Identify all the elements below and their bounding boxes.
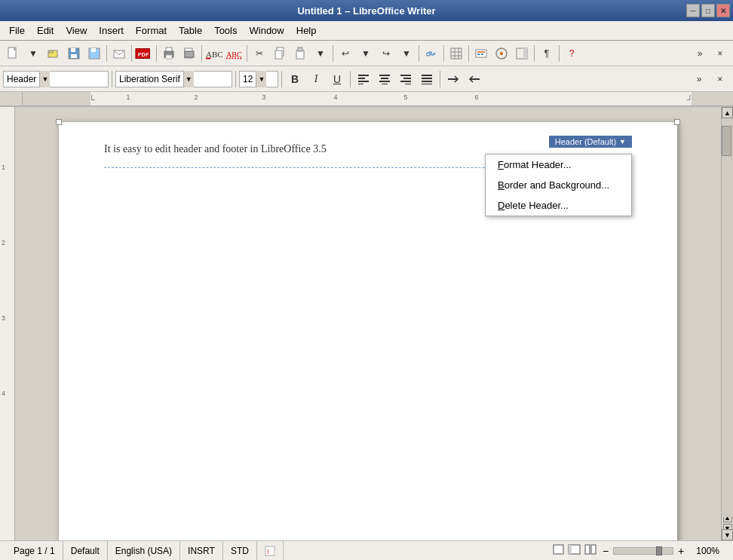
svg-point-21 xyxy=(427,53,430,56)
redo-dropdown[interactable]: ▼ xyxy=(397,44,416,63)
bold-button[interactable]: B xyxy=(285,69,305,89)
document-scroll-area[interactable]: It is easy to edit header and footer in … xyxy=(15,107,721,540)
undo-button[interactable]: ↩ xyxy=(336,44,355,63)
border-background-item[interactable]: Border and Background... xyxy=(486,175,631,195)
new-dropdown[interactable]: ▼ xyxy=(23,44,43,63)
zoom-minus[interactable]: − xyxy=(601,545,610,557)
scroll-track[interactable] xyxy=(722,118,733,517)
svg-rect-19 xyxy=(296,50,304,59)
menu-insert[interactable]: Insert xyxy=(93,23,130,38)
sep-size xyxy=(281,71,282,87)
tab-marker-right: ┘ xyxy=(687,95,693,104)
show-changes-button[interactable] xyxy=(471,44,491,63)
underline-button[interactable]: U xyxy=(327,69,347,89)
view-web-icon[interactable] xyxy=(568,544,581,557)
size-dropdown[interactable]: 12 ▼ xyxy=(239,71,278,87)
menu-tools[interactable]: Tools xyxy=(208,23,243,38)
redo-button[interactable]: ↪ xyxy=(376,44,396,63)
cut-button[interactable]: ✂ xyxy=(250,44,269,63)
language-status[interactable]: English (USA) xyxy=(108,541,180,560)
navigator-button[interactable] xyxy=(492,44,511,63)
italic-button[interactable]: I xyxy=(306,69,326,89)
toolbar-close[interactable]: ✕ xyxy=(710,44,730,63)
zoom-plus[interactable]: + xyxy=(676,545,685,557)
zoom-level-status[interactable]: 100% xyxy=(689,546,727,556)
svg-rect-20 xyxy=(298,47,302,51)
menu-window[interactable]: Window xyxy=(243,23,290,38)
vertical-ruler: 1 2 3 4 xyxy=(0,107,15,540)
save-remote-button[interactable] xyxy=(84,44,104,63)
minimize-button[interactable]: ─ xyxy=(686,4,700,17)
scroll-up-button[interactable]: ▲ xyxy=(722,107,733,118)
view-normal-icon[interactable] xyxy=(553,544,565,557)
menu-file[interactable]: File xyxy=(3,23,31,38)
toolbar1: ▼ PDF ABC ABC ✂ ▼ ↩ ▼ ↪ ▼ xyxy=(0,41,733,66)
zoom-slider-thumb[interactable] xyxy=(656,546,662,555)
paragraph-ltr-button[interactable] xyxy=(465,69,484,89)
toolbar-separator-2 xyxy=(131,45,132,62)
print-preview-button[interactable] xyxy=(179,44,199,63)
sidebar-button[interactable] xyxy=(512,44,532,63)
align-right-button[interactable] xyxy=(396,69,416,89)
style-dropdown-arrow: ▼ xyxy=(39,71,50,87)
align-center-button[interactable] xyxy=(375,69,394,89)
formatting-marks-button[interactable]: ¶ xyxy=(537,44,557,63)
svg-text:PDF: PDF xyxy=(138,50,149,57)
print-button[interactable] xyxy=(159,44,179,63)
menu-format[interactable]: Format xyxy=(130,23,173,38)
align-justify-button[interactable] xyxy=(417,69,437,89)
save-button[interactable] xyxy=(64,44,84,63)
insert-mode-status[interactable]: INSRT xyxy=(180,541,223,560)
toolbar2-more[interactable]: » xyxy=(689,69,709,89)
menu-edit[interactable]: Edit xyxy=(31,23,60,38)
open-button[interactable] xyxy=(44,44,63,63)
toolbar2-close[interactable]: ✕ xyxy=(710,69,730,89)
horizontal-ruler: 1 2 3 4 5 6 └ ┘ xyxy=(23,92,733,106)
zoom-controls: ▲ ▼ xyxy=(722,517,733,529)
sep-bi xyxy=(350,71,351,87)
paste-button[interactable] xyxy=(290,44,310,63)
ruler-mark-4: 4 xyxy=(333,93,337,101)
paste-dropdown[interactable]: ▼ xyxy=(311,44,330,63)
format-header-item[interactable]: Format Header... xyxy=(486,155,631,175)
page-count-status: Page 1 / 1 xyxy=(6,541,63,560)
scroll-thumb[interactable] xyxy=(722,126,731,156)
zoom-slider[interactable] xyxy=(613,547,673,555)
formatting-toolbar: Header ▼ Liberation Serif ▼ 12 ▼ B I U »… xyxy=(0,66,733,92)
align-left-button[interactable] xyxy=(354,69,373,89)
copy-button[interactable] xyxy=(270,44,290,63)
menu-table[interactable]: Table xyxy=(173,23,208,38)
autocorrect-button[interactable]: ABC xyxy=(225,44,244,63)
vruler-2: 2 xyxy=(2,239,5,246)
paragraph-rtl-button[interactable] xyxy=(443,69,463,89)
margin-marker-tl xyxy=(56,119,62,125)
menu-view[interactable]: View xyxy=(60,23,93,38)
style-dropdown[interactable]: Header ▼ xyxy=(3,71,109,87)
menu-help[interactable]: Help xyxy=(290,23,323,38)
document-body[interactable] xyxy=(104,174,632,476)
font-dropdown[interactable]: Liberation Serif ▼ xyxy=(115,71,232,87)
svg-rect-18 xyxy=(275,50,282,59)
view-book-icon[interactable] xyxy=(584,544,598,557)
header-dropdown-menu: Format Header... Border and Background..… xyxy=(485,154,632,216)
help-button[interactable]: ? xyxy=(562,44,581,63)
sep-style xyxy=(112,71,112,87)
header-tab[interactable]: Header (Default) ▼ xyxy=(549,136,632,148)
table-button[interactable] xyxy=(446,44,466,63)
selection-mode-status[interactable]: STD xyxy=(223,541,257,560)
margin-marker-tr xyxy=(674,119,680,125)
close-button[interactable]: ✕ xyxy=(716,4,730,17)
toolbar-more[interactable]: » xyxy=(690,44,710,63)
header-tab-arrow-icon: ▼ xyxy=(619,138,626,145)
header-area[interactable]: It is easy to edit header and footer in … xyxy=(104,137,632,168)
undo-dropdown[interactable]: ▼ xyxy=(356,44,376,63)
export-pdf-button[interactable]: PDF xyxy=(134,44,154,63)
scroll-down-button[interactable]: ▼ xyxy=(722,529,733,540)
hyperlink-button[interactable] xyxy=(422,44,441,63)
email-button[interactable] xyxy=(109,44,129,63)
maximize-button[interactable]: □ xyxy=(701,4,715,17)
page-info: Page 1 / 1 xyxy=(14,546,55,556)
spellcheck-button[interactable]: ABC xyxy=(204,44,224,63)
new-button[interactable] xyxy=(3,44,23,63)
delete-header-item[interactable]: Delete Header... xyxy=(486,195,631,216)
